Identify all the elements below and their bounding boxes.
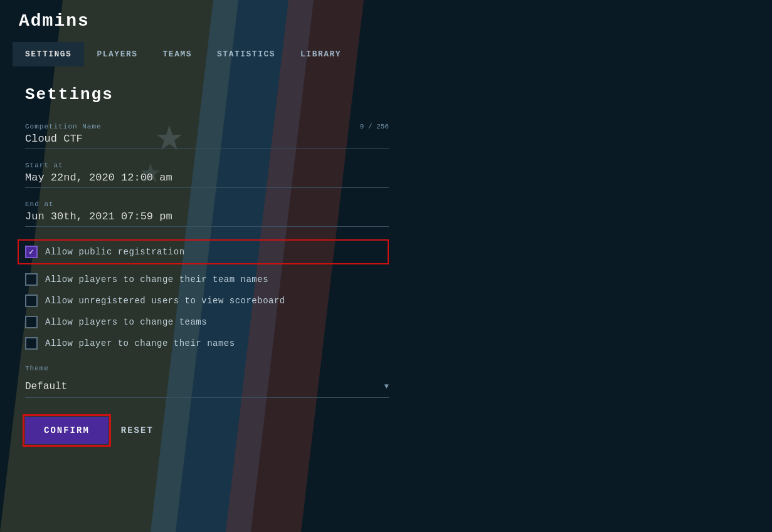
competition-name-label: Competition Name [25, 123, 102, 130]
tab-players[interactable]: PLAYERS [84, 42, 150, 66]
checkbox-public-reg[interactable]: Allow public registration [18, 239, 389, 264]
buttons-row: CONFIRM RESET [25, 417, 747, 444]
tab-settings[interactable]: SETTINGS [13, 42, 84, 66]
checkbox-change-names-box[interactable] [25, 337, 38, 350]
start-at-label: Start at [25, 162, 389, 169]
checkbox-change-teams[interactable]: Allow players to change teams [25, 316, 389, 328]
end-at-value[interactable]: Jun 30th, 2021 07:59 pm [25, 211, 389, 227]
checkbox-team-names-box[interactable] [25, 273, 38, 286]
theme-section: Theme Default ▼ [25, 365, 389, 398]
theme-dropdown[interactable]: Default ▼ [25, 376, 389, 398]
char-count: 9 / 256 [360, 123, 389, 130]
competition-name-group: Competition Name 9 / 256 Cloud CTF [25, 123, 389, 149]
checkbox-change-teams-box[interactable] [25, 316, 38, 328]
checkbox-public-reg-box[interactable] [25, 246, 38, 258]
start-at-value[interactable]: May 22nd, 2020 12:00 am [25, 172, 389, 188]
theme-value: Default [25, 381, 67, 392]
tab-teams[interactable]: TEAMS [151, 42, 205, 66]
checkbox-view-scoreboard-label: Allow unregistered users to view scorebo… [45, 296, 285, 306]
checkbox-change-teams-label: Allow players to change teams [45, 317, 207, 327]
chevron-down-icon: ▼ [384, 382, 389, 391]
confirm-button[interactable]: CONFIRM [25, 417, 108, 444]
start-at-group: Start at May 22nd, 2020 12:00 am [25, 162, 389, 188]
theme-label: Theme [25, 365, 389, 372]
checkbox-view-scoreboard[interactable]: Allow unregistered users to view scorebo… [25, 295, 389, 307]
checkbox-public-reg-label: Allow public registration [45, 247, 185, 257]
end-at-group: End at Jun 30th, 2021 07:59 pm [25, 201, 389, 227]
end-at-label: End at [25, 201, 389, 208]
checkbox-change-names-label: Allow player to change their names [45, 338, 235, 348]
checkbox-change-names[interactable]: Allow player to change their names [25, 337, 389, 350]
checkbox-team-names[interactable]: Allow players to change their team names [25, 273, 389, 286]
checkbox-team-names-label: Allow players to change their team names [45, 274, 268, 284]
tab-library[interactable]: LIBRARY [288, 42, 354, 66]
competition-name-value[interactable]: Cloud CTF [25, 133, 389, 149]
checkboxes-section: Allow public registration Allow players … [25, 239, 389, 350]
tab-statistics[interactable]: STATISTICS [204, 42, 288, 66]
reset-button[interactable]: RESET [121, 425, 154, 436]
app-title: Admins [19, 11, 753, 31]
nav-tabs: SETTINGS PLAYERS TEAMS STATISTICS LIBRAR… [0, 42, 772, 66]
checkbox-view-scoreboard-box[interactable] [25, 295, 38, 307]
page-title: Settings [25, 85, 747, 104]
